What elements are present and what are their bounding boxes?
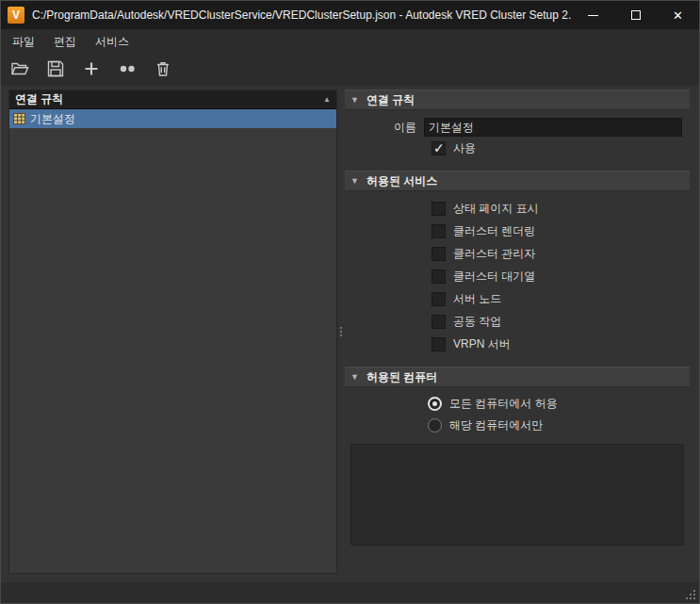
all-computers-row[interactable]: 모든 컴퓨터에서 허용 xyxy=(428,393,690,415)
vrpn-server-checkbox[interactable] xyxy=(431,337,446,351)
service-label: 서버 노드 xyxy=(453,291,501,307)
main-content: 연결 규칙 ▲ 기본설정 xyxy=(1,86,699,582)
service-row-server-node[interactable]: 서버 노드 xyxy=(431,287,690,310)
status-page-checkbox[interactable] xyxy=(431,202,446,216)
save-button[interactable] xyxy=(42,57,69,83)
list-item-default-settings[interactable]: 기본설정 xyxy=(9,109,336,128)
sort-ascending-icon: ▲ xyxy=(323,95,331,104)
name-row: 이름 xyxy=(345,118,682,137)
section-allowed-services[interactable]: ▼ 허용된 서비스 xyxy=(345,171,690,191)
trash-icon xyxy=(154,59,172,81)
specific-computers-row[interactable]: 해당 컴퓨터에서만 xyxy=(428,415,690,436)
open-file-button[interactable] xyxy=(7,57,33,83)
service-label: 클러스터 관리자 xyxy=(453,246,535,262)
statusbar xyxy=(1,582,699,603)
section-title: 허용된 서비스 xyxy=(366,173,437,189)
computer-list-box[interactable] xyxy=(350,444,684,546)
menu-service[interactable]: 서비스 xyxy=(86,29,138,54)
collapse-triangle-icon: ▼ xyxy=(350,176,359,186)
minimize-icon xyxy=(588,15,598,16)
rules-list[interactable]: 기본설정 xyxy=(9,109,336,573)
enabled-label: 사용 xyxy=(453,140,476,156)
connection-rules-panel: 연결 규칙 ▲ 기본설정 xyxy=(8,90,337,574)
service-row-cluster-manager[interactable]: 클러스터 관리자 xyxy=(431,242,690,265)
cluster-rendering-checkbox[interactable] xyxy=(431,224,446,238)
two-dots-icon xyxy=(116,59,138,81)
vred-app-icon: V xyxy=(8,7,24,24)
section-allowed-computers[interactable]: ▼ 허용된 컴퓨터 xyxy=(345,367,690,387)
name-input[interactable] xyxy=(424,118,682,137)
service-label: VRPN 서버 xyxy=(453,336,511,352)
close-icon: ✕ xyxy=(673,9,683,22)
titlebar[interactable]: V C:/ProgramData/Autodesk/VREDClusterSer… xyxy=(1,1,699,29)
panel-splitter[interactable] xyxy=(337,90,345,574)
list-item-label: 기본설정 xyxy=(30,111,75,127)
service-label: 상태 페이지 표시 xyxy=(453,201,539,217)
specific-computers-radio[interactable] xyxy=(428,418,442,433)
section-connection-rule[interactable]: ▼ 연결 규칙 xyxy=(345,90,690,110)
minimize-button[interactable] xyxy=(572,1,614,29)
cluster-manager-checkbox[interactable] xyxy=(431,247,446,261)
connect-button[interactable] xyxy=(114,57,140,83)
column-header-connection-rules[interactable]: 연결 규칙 ▲ xyxy=(9,90,336,109)
service-row-cluster-queue[interactable]: 클러스터 대기열 xyxy=(431,265,690,287)
delete-button[interactable] xyxy=(150,57,176,83)
enabled-row[interactable]: 사용 xyxy=(431,137,690,159)
resize-grip[interactable] xyxy=(684,588,696,600)
radio-label: 모든 컴퓨터에서 허용 xyxy=(449,396,558,412)
service-row-cluster-rendering[interactable]: 클러스터 렌더링 xyxy=(431,220,690,242)
service-row-status-page[interactable]: 상태 페이지 표시 xyxy=(431,197,690,220)
section-title: 연결 규칙 xyxy=(366,92,415,108)
service-row-collaboration[interactable]: 공동 작업 xyxy=(431,310,690,333)
app-window: V C:/ProgramData/Autodesk/VREDClusterSer… xyxy=(0,0,700,604)
cluster-queue-checkbox[interactable] xyxy=(431,269,446,284)
toolbar xyxy=(1,54,699,86)
window-title: C:/ProgramData/Autodesk/VREDClusterServi… xyxy=(32,8,572,22)
radio-label: 해당 컴퓨터에서만 xyxy=(449,417,543,433)
server-node-checkbox[interactable] xyxy=(431,292,446,306)
maximize-button[interactable] xyxy=(614,1,657,29)
section-title: 허용된 컴퓨터 xyxy=(366,369,437,385)
plus-icon xyxy=(82,59,101,81)
name-label: 이름 xyxy=(345,120,424,136)
menu-file[interactable]: 파일 xyxy=(3,29,44,54)
collaboration-checkbox[interactable] xyxy=(431,315,446,329)
close-button[interactable]: ✕ xyxy=(657,1,699,29)
save-icon xyxy=(46,59,65,81)
service-label: 공동 작업 xyxy=(453,314,501,330)
collapse-triangle-icon: ▼ xyxy=(350,372,359,382)
maximize-icon xyxy=(631,10,641,20)
all-computers-radio[interactable] xyxy=(428,397,442,411)
rule-properties-panel: ▼ 연결 규칙 이름 사용 ▼ 허용된 서비스 상태 페이지 표시 xyxy=(345,90,690,574)
service-label: 클러스터 렌더링 xyxy=(453,223,535,239)
table-grid-icon xyxy=(13,113,25,124)
enabled-checkbox[interactable] xyxy=(431,141,446,155)
folder-open-icon xyxy=(10,59,29,81)
service-row-vrpn-server[interactable]: VRPN 서버 xyxy=(431,333,690,355)
column-header-label: 연결 규칙 xyxy=(15,91,323,107)
collapse-triangle-icon: ▼ xyxy=(350,95,359,105)
menubar: 파일 편집 서비스 xyxy=(1,29,699,54)
add-rule-button[interactable] xyxy=(78,57,105,83)
service-label: 클러스터 대기열 xyxy=(453,269,535,285)
menu-edit[interactable]: 편집 xyxy=(44,29,86,54)
